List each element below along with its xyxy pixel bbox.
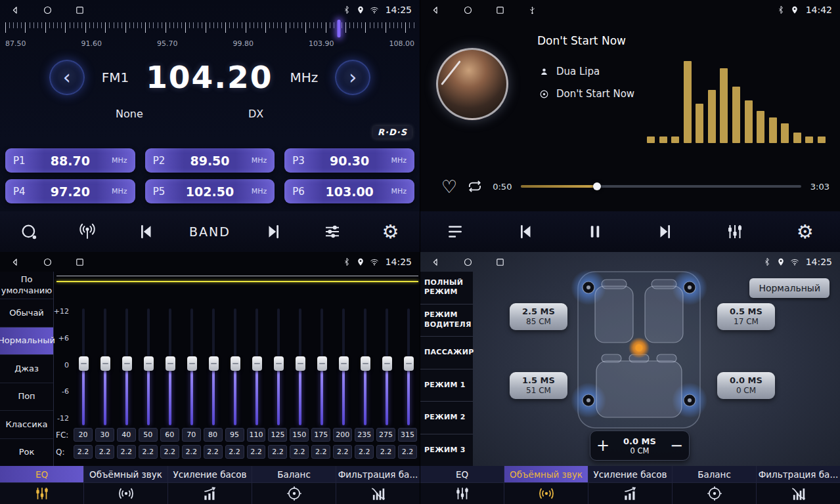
eq-band-slider[interactable] — [270, 308, 287, 425]
nav-back-icon[interactable] — [11, 257, 20, 267]
eq-slider-handle[interactable] — [404, 356, 414, 371]
eq-slider-handle[interactable] — [100, 356, 110, 371]
eq-slider-handle[interactable] — [209, 356, 219, 371]
frequency-ruler[interactable]: 87.50 91.60 95.70 99.80 103.90 108.00 — [5, 22, 414, 48]
eq-slider-handle[interactable] — [166, 356, 175, 371]
tune-down-button[interactable]: ‹ — [49, 60, 85, 95]
eq-slider-handle[interactable] — [382, 356, 392, 371]
nav-recents-icon[interactable] — [75, 257, 85, 267]
decrease-delay-button[interactable]: − — [664, 431, 689, 460]
eq-band-slider[interactable] — [97, 308, 114, 425]
settings-gear-icon[interactable]: ⚙ — [790, 217, 820, 247]
tab-bass-boost[interactable]: Усиление басов — [168, 466, 252, 504]
eq-preset-item[interactable]: По умолчанию — [0, 272, 53, 299]
previous-button[interactable] — [131, 217, 161, 247]
preset-button-p3[interactable]: P3 90.30 MHz — [284, 148, 414, 173]
eq-band-slider[interactable] — [400, 308, 417, 425]
eq-band-slider[interactable] — [205, 308, 222, 425]
nav-recents-icon[interactable] — [75, 5, 85, 15]
surround-preset-button[interactable]: Нормальный — [749, 278, 829, 298]
scan-button[interactable] — [14, 217, 44, 247]
eq-band-slider[interactable] — [313, 308, 330, 425]
queue-list-icon[interactable] — [440, 217, 470, 247]
nav-recents-icon[interactable] — [495, 257, 505, 267]
tab-filter[interactable]: Фильтрация ба... — [757, 466, 840, 504]
eq-band-slider[interactable] — [357, 308, 374, 425]
tab-balance[interactable]: Баланс — [673, 466, 757, 504]
surround-mode-item[interactable]: ПОЛНЫЙ РЕЖИМ — [420, 272, 473, 304]
audio-settings-button[interactable] — [317, 217, 347, 247]
surround-mode-item[interactable]: РЕЖИМ 1 — [420, 369, 473, 402]
next-button[interactable] — [650, 217, 680, 247]
tab-balance[interactable]: Баланс — [252, 466, 336, 504]
preset-button-p4[interactable]: P4 97.20 MHz — [5, 179, 135, 203]
eq-slider-handle[interactable] — [231, 356, 240, 371]
delay-card-front-left[interactable]: 2.5 MS 85 CM — [510, 303, 567, 330]
delay-card-front-right[interactable]: 0.5 MS 17 CM — [717, 303, 775, 330]
tune-up-button[interactable]: › — [335, 60, 370, 95]
eq-slider-handle[interactable] — [274, 356, 284, 371]
tab-filter[interactable]: Фильтрация ба... — [336, 466, 420, 504]
eq-preset-item[interactable]: Джаз — [0, 355, 53, 383]
preset-button-p1[interactable]: P1 88.70 MHz — [5, 148, 135, 173]
delay-card-rear-right[interactable]: 0.0 MS 0 CM — [717, 372, 775, 399]
increase-delay-button[interactable]: + — [590, 431, 615, 460]
preset-button-p5[interactable]: P5 102.50 MHz — [145, 179, 275, 203]
nav-back-icon[interactable] — [431, 257, 441, 267]
preset-button-p2[interactable]: P2 89.50 MHz — [145, 148, 275, 173]
eq-band-slider[interactable] — [378, 308, 395, 425]
nav-home-icon[interactable] — [463, 5, 473, 15]
eq-band-slider[interactable] — [75, 308, 92, 425]
progress-bar[interactable] — [521, 185, 801, 188]
tab-eq[interactable]: EQ — [0, 466, 84, 504]
eq-slider-handle[interactable] — [122, 356, 132, 371]
eq-preset-item[interactable]: Нормальный — [0, 327, 53, 355]
delay-card-rear-left[interactable]: 1.5 MS 51 CM — [510, 372, 567, 399]
antenna-icon[interactable] — [72, 217, 102, 247]
tab-surround[interactable]: Объёмный звук — [504, 466, 588, 504]
eq-band-slider[interactable] — [227, 308, 244, 425]
preset-button-p6[interactable]: P6 103.00 MHz — [284, 179, 414, 203]
eq-band-slider[interactable] — [162, 308, 179, 425]
eq-preset-item[interactable]: Рок — [0, 439, 53, 466]
surround-mode-item[interactable]: РЕЖИМ 3 — [420, 434, 473, 467]
eq-preset-item[interactable]: Обычай — [0, 299, 53, 327]
nav-back-icon[interactable] — [431, 5, 441, 15]
eq-band-slider[interactable] — [335, 308, 352, 425]
eq-band-slider[interactable] — [248, 308, 265, 425]
nav-home-icon[interactable] — [43, 5, 53, 15]
eq-slider-handle[interactable] — [361, 356, 370, 371]
eq-slider-handle[interactable] — [79, 356, 89, 371]
surround-mode-item[interactable]: РЕЖИМ 2 — [420, 402, 473, 434]
eq-slider-handle[interactable] — [339, 356, 349, 371]
eq-preset-item[interactable]: Поп — [0, 383, 53, 411]
nav-home-icon[interactable] — [463, 257, 473, 267]
previous-button[interactable] — [510, 217, 541, 247]
nav-recents-icon[interactable] — [495, 5, 505, 15]
eq-slider-handle[interactable] — [187, 356, 197, 371]
band-button[interactable]: BAND — [189, 224, 231, 239]
eq-band-slider[interactable] — [183, 308, 200, 425]
eq-preset-item[interactable]: Классика — [0, 411, 53, 438]
nav-back-icon[interactable] — [11, 5, 20, 15]
mixer-faders-icon[interactable] — [720, 217, 750, 247]
eq-slider-handle[interactable] — [252, 356, 262, 371]
repeat-icon[interactable] — [466, 178, 483, 195]
eq-band-slider[interactable] — [118, 308, 135, 425]
tab-surround[interactable]: Объёмный звук — [84, 466, 168, 504]
progress-thumb[interactable] — [593, 182, 601, 190]
eq-band-slider[interactable] — [140, 308, 157, 425]
surround-mode-item[interactable]: ПАССАЖИР — [420, 337, 473, 369]
tab-bass-boost[interactable]: Усиление басов — [588, 466, 673, 504]
tab-eq[interactable]: EQ — [420, 466, 504, 504]
eq-slider-handle[interactable] — [296, 356, 305, 371]
pause-button[interactable] — [580, 217, 610, 247]
eq-band-slider[interactable] — [292, 308, 309, 425]
settings-gear-icon[interactable]: ⚙ — [375, 217, 405, 247]
nav-home-icon[interactable] — [43, 257, 53, 267]
next-button[interactable] — [259, 217, 289, 247]
surround-mode-item[interactable]: РЕЖИМ ВОДИТЕЛЯ — [420, 304, 473, 337]
favorite-heart-icon[interactable]: ♡ — [441, 178, 457, 196]
eq-slider-handle[interactable] — [317, 356, 327, 371]
eq-slider-handle[interactable] — [144, 356, 154, 371]
